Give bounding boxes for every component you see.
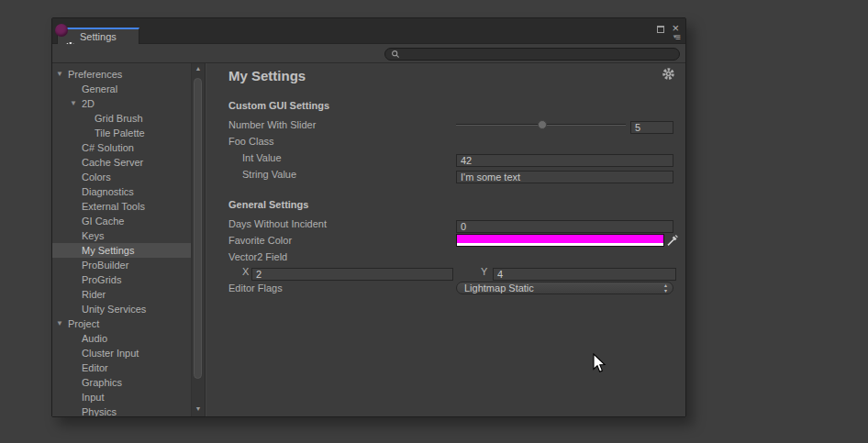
sidebar-item-graphics[interactable]: Graphics xyxy=(52,375,191,390)
sidebar-item-colors[interactable]: Colors xyxy=(52,170,191,184)
section-header-custom-gui: Custom GUI Settings xyxy=(228,100,329,111)
int-value-input[interactable] xyxy=(456,154,673,167)
maximize-button[interactable] xyxy=(657,26,664,33)
y-axis-label: Y xyxy=(481,266,487,277)
sidebar-item-audio[interactable]: Audio xyxy=(52,331,191,346)
window-menu-button[interactable]: ▾≡ xyxy=(673,32,680,42)
sidebar-item-project[interactable]: ▼Project xyxy=(52,316,191,331)
row-foo-class: Foo Class xyxy=(228,135,673,148)
field-label: Number With Slider xyxy=(228,119,316,130)
slider-value-input[interactable] xyxy=(630,121,673,134)
scroll-down-arrow-icon[interactable]: ▼ xyxy=(192,405,205,412)
sidebar-item-cluster-input[interactable]: Cluster Input xyxy=(52,346,191,360)
sidebar-item-rider[interactable]: Rider xyxy=(52,287,191,302)
foldout-caret-icon[interactable]: ▼ xyxy=(70,96,77,111)
scrollbar-thumb[interactable] xyxy=(194,78,202,379)
sidebar-item-preferences[interactable]: ▼Preferences xyxy=(52,67,191,82)
field-label: Vector2 Field xyxy=(228,251,287,262)
sidebar-item-tile-palette[interactable]: Tile Palette xyxy=(52,126,191,140)
sidebar-item-probuilder[interactable]: ProBuilder xyxy=(52,258,191,272)
vector2-y-input[interactable] xyxy=(493,268,676,281)
row-days-without-incident: Days Without Incident xyxy=(228,217,673,230)
settings-detail-panel: My Settings Custom GUI Settings Number W… xyxy=(205,63,685,416)
field-label: Editor Flags xyxy=(228,282,283,293)
sidebar-item-cache-server[interactable]: Cache Server xyxy=(52,155,191,170)
row-vector2-label: Vector2 Field xyxy=(228,250,673,263)
row-string-value: String Value xyxy=(228,168,673,181)
vector2-x-input[interactable] xyxy=(251,268,453,281)
sidebar-item-progrids[interactable]: ProGrids xyxy=(52,272,191,287)
section-header-general: General Settings xyxy=(228,199,308,210)
tab-label: Settings xyxy=(80,31,117,42)
row-number-with-slider: Number With Slider xyxy=(228,118,673,131)
hamburger-icon: ≡ xyxy=(675,32,680,42)
string-value-input[interactable] xyxy=(456,171,673,183)
window-tab-bar: Settings × ▾≡ xyxy=(52,18,685,44)
field-label: Days Without Incident xyxy=(228,218,327,229)
dropdown-stepper-icon: ▴ ▾ xyxy=(664,282,667,293)
sidebar-item-gi-cache[interactable]: GI Cache xyxy=(52,214,191,228)
days-without-incident-input[interactable] xyxy=(456,220,673,233)
sidebar-item-general[interactable]: General xyxy=(52,82,191,96)
desktop-background: Settings × ▾≡ ▼Preferences General xyxy=(0,0,868,443)
editor-flags-dropdown[interactable]: Lightmap Static ▴ ▾ xyxy=(456,282,673,294)
sidebar-item-physics[interactable]: Physics xyxy=(52,404,191,416)
search-input[interactable] xyxy=(404,49,673,60)
dropdown-selected-value: Lightmap Static xyxy=(464,282,534,293)
favorite-color-swatch-fill xyxy=(457,235,663,243)
sidebar-item-editor[interactable]: Editor xyxy=(52,360,191,375)
panel-gear-button[interactable] xyxy=(662,67,675,81)
eyedropper-icon[interactable] xyxy=(666,234,679,247)
favorite-color-swatch[interactable] xyxy=(456,234,664,247)
sidebar-item-external-tools[interactable]: External Tools xyxy=(52,199,191,214)
row-editor-flags: Editor Flags Lightmap Static ▴ ▾ xyxy=(228,282,673,294)
page-title: My Settings xyxy=(228,68,306,83)
scroll-up-arrow-icon[interactable]: ▲ xyxy=(192,65,205,72)
sidebar-item-unity-services[interactable]: Unity Services xyxy=(52,302,191,316)
tab-settings[interactable]: Settings xyxy=(57,28,139,44)
settings-window: Settings × ▾≡ ▼Preferences General xyxy=(51,17,686,417)
field-label: Foo Class xyxy=(228,136,274,147)
search-box[interactable] xyxy=(384,48,680,61)
sidebar-item-my-settings[interactable]: My Settings xyxy=(52,243,191,258)
sidebar-item-keys[interactable]: Keys xyxy=(52,228,191,243)
sidebar-item-diagnostics[interactable]: Diagnostics xyxy=(52,184,191,199)
row-vector2-fields: X Y xyxy=(228,265,673,278)
row-favorite-color: Favorite Color xyxy=(228,234,673,247)
field-label: Int Value xyxy=(242,152,282,163)
sidebar-item-csharp-solution[interactable]: C# Solution xyxy=(52,140,191,155)
x-axis-label: X xyxy=(242,266,249,277)
field-label: Favorite Color xyxy=(228,235,292,246)
sidebar-item-2d[interactable]: ▼2D xyxy=(52,96,191,111)
slider-thumb[interactable] xyxy=(538,120,547,129)
record-dot-icon xyxy=(55,24,68,37)
sidebar-item-input[interactable]: Input xyxy=(52,390,191,404)
toolbar xyxy=(52,44,685,63)
content-area: ▼Preferences General ▼2D Grid Brush Tile… xyxy=(52,63,685,416)
color-alpha-bar xyxy=(457,243,663,246)
field-label: String Value xyxy=(242,169,296,180)
sidebar-item-grid-brush[interactable]: Grid Brush xyxy=(52,111,191,126)
search-icon xyxy=(391,50,400,59)
settings-category-sidebar: ▼Preferences General ▼2D Grid Brush Tile… xyxy=(52,63,191,416)
foldout-caret-icon[interactable]: ▼ xyxy=(56,316,63,331)
row-int-value: Int Value xyxy=(228,151,673,164)
foldout-caret-icon[interactable]: ▼ xyxy=(56,67,63,82)
sidebar-scrollbar[interactable]: ▲ ▼ xyxy=(191,63,205,416)
